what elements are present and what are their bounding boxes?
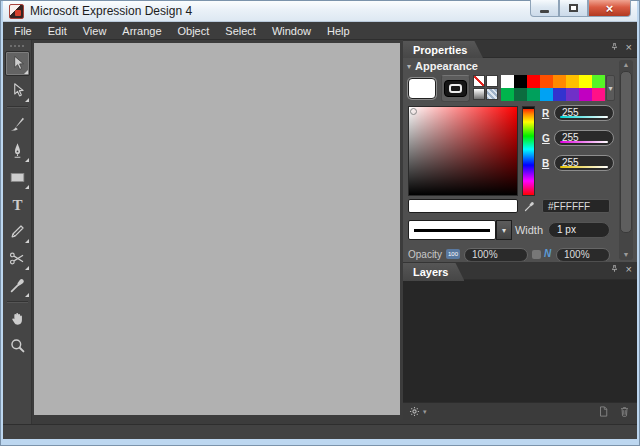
palette-swatch[interactable] [540,75,553,88]
paintbrush-tool[interactable] [5,111,30,136]
text-icon [8,195,27,214]
eyedropper-tool[interactable] [5,273,30,298]
stroke-swatch [444,80,467,97]
appearance-label: Appearance [415,60,478,72]
palette-swatch[interactable] [592,75,605,88]
panel-close-icon[interactable]: × [626,264,632,275]
palette-swatch[interactable] [553,88,566,101]
pencil-tool[interactable] [5,219,30,244]
canvas[interactable] [34,43,400,415]
hue-slider[interactable] [522,106,535,196]
maximize-button[interactable] [559,0,588,17]
menu-item[interactable]: Select [217,22,264,40]
new-layer-icon[interactable] [597,405,610,418]
flyout-triangle-icon [25,185,29,189]
text-tool[interactable] [5,192,30,217]
opacity-field[interactable]: 100% [464,248,528,261]
stroke-width-field[interactable]: 1 px [548,222,610,238]
channel-field[interactable]: 255 [554,155,614,171]
palette-swatch[interactable] [514,75,527,88]
pan-tool[interactable] [5,306,30,331]
menu-item[interactable]: Object [170,22,218,40]
palette-swatch[interactable] [501,75,514,88]
palette-swatch[interactable] [566,75,579,88]
blend-icon: N [544,248,551,259]
palette-swatch[interactable] [527,75,540,88]
channel-field[interactable]: 255 [554,130,614,146]
flyout-triangle-icon [25,158,29,162]
pattern-swatch[interactable] [486,88,498,100]
scrollbar-thumb[interactable] [620,71,632,233]
menu-item[interactable]: Arrange [114,22,169,40]
pin-icon[interactable] [609,42,620,53]
stroke-alpha-icon [532,250,541,259]
channel-field[interactable]: 255 [554,105,614,121]
scroll-up-icon[interactable]: ▲ [619,60,633,70]
color-cursor[interactable] [410,108,417,115]
zoom-tool[interactable] [5,333,30,358]
toolbar-grip[interactable] [10,45,24,47]
menu-item[interactable]: Window [264,22,319,40]
stroke-selector-button[interactable] [441,75,470,102]
palette-swatch[interactable] [527,88,540,101]
appearance-section-header[interactable]: ▾ Appearance [407,59,478,73]
tab-properties[interactable]: Properties [403,41,483,59]
tab-layers[interactable]: Layers [403,263,464,281]
channel-row: B 255 [542,154,615,172]
chevron-down-icon: ▾ [423,408,427,416]
hex-color-field[interactable]: #FFFFFF [542,199,610,213]
minimize-icon [540,10,549,13]
minimize-button[interactable] [530,0,559,17]
opacity-row-clipped: Opacity 100 100% N 100% [403,248,615,261]
gear-icon [408,405,421,418]
opacity-label: Opacity [408,249,442,260]
tool-group-draw [3,111,31,298]
scissors-tool[interactable] [5,246,30,271]
properties-scrollbar[interactable]: ▲ ▼ [619,60,633,260]
toolbar-separator [7,106,28,107]
channel-gradient-strip [560,166,608,168]
direct-selection-tool[interactable] [5,78,30,103]
gradient-swatch[interactable] [473,88,485,100]
menu-item[interactable]: Edit [40,22,75,40]
hue-marker[interactable] [523,107,534,109]
palette-swatch[interactable] [579,75,592,88]
palette-swatch[interactable] [579,88,592,101]
palette-swatch[interactable] [553,75,566,88]
palette-swatch[interactable] [592,88,605,101]
status-bar [3,424,637,439]
stroke-opacity-field[interactable]: 100% [556,248,610,261]
white-swatch[interactable] [486,75,498,87]
window-title: Microsoft Expression Design 4 [30,4,192,18]
palette-swatch[interactable] [540,88,553,101]
tool-group-view [3,306,31,358]
eyedropper-button[interactable] [522,199,537,213]
channel-label[interactable]: G [542,133,554,144]
no-color-swatch[interactable] [473,75,485,87]
palette-swatch[interactable] [566,88,579,101]
palette-swatch[interactable] [501,88,514,101]
channel-label[interactable]: B [542,158,554,169]
close-button[interactable]: × [588,0,631,17]
pin-icon[interactable] [609,264,620,275]
palette-more-button[interactable]: ▾ [606,75,615,101]
stroke-style-dropdown[interactable]: ▾ [496,220,512,240]
palette-swatch[interactable] [514,88,527,101]
panel-close-icon[interactable]: × [626,42,632,53]
channel-label[interactable]: R [542,108,554,119]
layers-options-button[interactable]: ▾ [408,405,427,418]
fill-swatch[interactable] [408,78,436,99]
stroke-style-preview[interactable] [408,220,496,240]
selection-tool[interactable] [5,51,30,76]
rectangle-tool[interactable] [5,165,30,190]
menu-item[interactable]: Help [319,22,358,40]
menu-item[interactable]: File [6,22,40,40]
pen-tool[interactable] [5,138,30,163]
delete-layer-icon[interactable] [618,405,631,418]
paintbrush-icon [8,114,27,133]
properties-header: Properties × [403,40,637,58]
menu-item[interactable]: View [75,22,115,40]
channel-row: R 255 [542,104,615,122]
saturation-value-square[interactable] [408,106,518,196]
scroll-down-icon[interactable]: ▼ [619,250,633,260]
